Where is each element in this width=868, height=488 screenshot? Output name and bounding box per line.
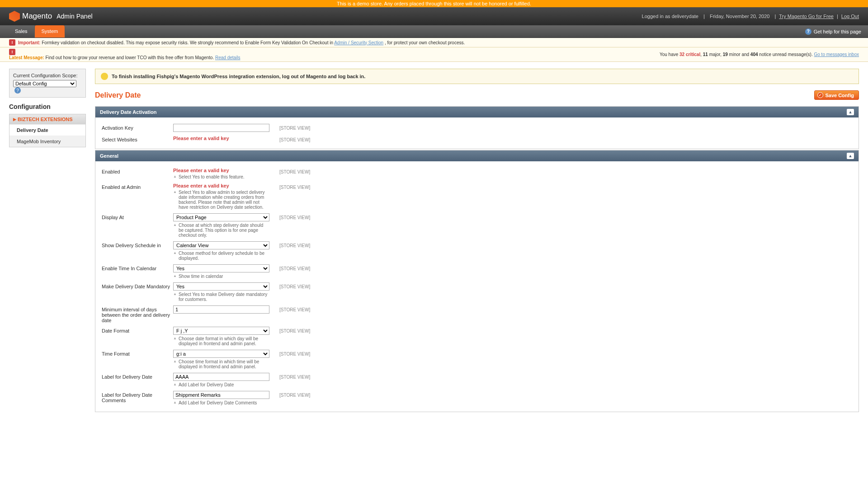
logo-brand: Magento bbox=[22, 12, 52, 21]
note-arrow-icon: ▲ bbox=[173, 400, 177, 404]
collapse-icon: ▲ bbox=[847, 109, 854, 115]
note-enabled: Select Yes to enable this feature. bbox=[179, 174, 245, 179]
note-time-format: Choose time format in which time will be… bbox=[179, 359, 269, 369]
note-arrow-icon: ▲ bbox=[173, 190, 177, 194]
scope-tag: [STORE VIEW] bbox=[279, 350, 310, 357]
panel-general-head[interactable]: General ▲ bbox=[95, 150, 859, 161]
note-enable-time: Show time in calendar bbox=[179, 274, 223, 279]
sidebar-section: ▶ BIZTECH EXTENSIONS Delivery Date MageM… bbox=[9, 114, 86, 147]
scope-tag: [STORE VIEW] bbox=[279, 264, 310, 271]
main: To finish installing Fishpig's Magento W… bbox=[95, 69, 859, 413]
important-label: Important: bbox=[18, 40, 40, 45]
label-activation-key: Activation Key bbox=[102, 124, 173, 131]
scope-tag: [STORE VIEW] bbox=[279, 136, 310, 142]
scope-tag: [STORE VIEW] bbox=[279, 168, 310, 174]
label-time-format: Time Format bbox=[102, 350, 173, 357]
label-enable-time: Enable Time In Calendar bbox=[102, 264, 173, 271]
save-config-button[interactable]: ✓ Save Config bbox=[814, 90, 859, 100]
separator: | bbox=[775, 14, 776, 19]
notice-count: 404 bbox=[750, 52, 758, 57]
major-count: 11 bbox=[703, 52, 708, 57]
note-display-at: Choose at which step delivery date shoul… bbox=[179, 223, 269, 238]
panel-activation-head[interactable]: Delivery Date Activation ▲ bbox=[95, 107, 859, 117]
magento-logo-icon bbox=[9, 11, 20, 22]
select-enable-time[interactable]: Yes bbox=[173, 264, 269, 272]
try-magento-link[interactable]: Try Magento Go for Free bbox=[779, 14, 834, 19]
logout-link[interactable]: Log Out bbox=[841, 14, 859, 19]
note-arrow-icon: ▲ bbox=[173, 336, 177, 340]
note-label-date: Add Label for Delivery Date bbox=[179, 382, 234, 387]
scope-tag: [STORE VIEW] bbox=[279, 213, 310, 220]
header: Magento Admin Panel Logged in as deliver… bbox=[0, 7, 868, 25]
input-comments-label[interactable] bbox=[173, 391, 269, 399]
input-activation-key[interactable] bbox=[173, 124, 269, 132]
select-display-at[interactable]: Product Page bbox=[173, 213, 269, 221]
header-right: Logged in as deliverydate | Friday, Nove… bbox=[640, 14, 859, 19]
scope-label: Current Configuration Scope: bbox=[13, 73, 82, 78]
chevron-right-icon: ▶ bbox=[13, 117, 16, 122]
note-arrow-icon: ▲ bbox=[173, 274, 177, 278]
scope-select[interactable]: Default Config bbox=[13, 80, 76, 87]
messages-inbox-link[interactable]: Go to messages inbox bbox=[814, 52, 859, 57]
input-min-interval[interactable] bbox=[173, 305, 269, 314]
select-schedule[interactable]: Calendar View bbox=[173, 241, 269, 249]
nav-tab-system[interactable]: System bbox=[35, 25, 66, 38]
critical-count: 32 bbox=[679, 52, 684, 57]
error-select-websites: Please enter a valid key bbox=[173, 136, 229, 141]
latest-label: Latest Message: bbox=[9, 55, 44, 60]
notice-text: To finish installing Fishpig's Magento W… bbox=[112, 74, 365, 79]
sidebar-item-delivery-date[interactable]: Delivery Date bbox=[9, 124, 85, 136]
scope-tag: [STORE VIEW] bbox=[279, 373, 310, 380]
scope-tag: [STORE VIEW] bbox=[279, 282, 310, 289]
note-arrow-icon: ▲ bbox=[173, 223, 177, 227]
scope-tag: [STORE VIEW] bbox=[279, 124, 310, 131]
note-enabled-admin: Select Yes to allow admin to select deli… bbox=[179, 190, 269, 210]
error-enabled: Please enter a valid key bbox=[173, 168, 229, 173]
label-enabled: Enabled bbox=[102, 168, 173, 174]
input-delivery-date-label[interactable] bbox=[173, 373, 269, 381]
scope-box: Current Configuration Scope: Default Con… bbox=[9, 69, 86, 98]
scope-tag: [STORE VIEW] bbox=[279, 241, 310, 248]
scope-help-icon[interactable]: ? bbox=[14, 87, 21, 94]
select-date-format[interactable]: F j ,Y bbox=[173, 327, 269, 335]
nav-bar: Sales System ? Get help for this page bbox=[0, 25, 868, 38]
important-text: Formkey validation on checkout disabled.… bbox=[42, 40, 334, 45]
important-bar: ! Important: Formkey validation on check… bbox=[0, 38, 868, 47]
note-arrow-icon: ▲ bbox=[173, 292, 177, 296]
content: Current Configuration Scope: Default Con… bbox=[0, 62, 868, 420]
select-time-format[interactable]: g:i a bbox=[173, 350, 269, 358]
note-label-comments: Add Label for Delivery Date Comments bbox=[179, 400, 257, 405]
scope-tag: [STORE VIEW] bbox=[279, 183, 310, 190]
label-display-at: Display At bbox=[102, 213, 173, 220]
date-text: Friday, November 20, 2020 bbox=[710, 14, 769, 19]
nav-tab-sales[interactable]: Sales bbox=[8, 25, 35, 38]
panel-general: General ▲ Enabled Please enter a valid k… bbox=[95, 150, 859, 412]
warning-icon: ! bbox=[9, 39, 15, 46]
scope-tag: [STORE VIEW] bbox=[279, 327, 310, 333]
read-details-link[interactable]: Read details bbox=[215, 55, 241, 60]
admin-security-link[interactable]: Admin / Security Section bbox=[334, 40, 383, 45]
page-title: Delivery Date bbox=[95, 91, 141, 99]
note-arrow-icon: ▲ bbox=[173, 382, 177, 386]
demo-notice: This is a demo store. Any orders placed … bbox=[0, 0, 868, 7]
section-header[interactable]: ▶ BIZTECH EXTENSIONS bbox=[9, 114, 85, 124]
note-arrow-icon: ▲ bbox=[173, 359, 177, 363]
latest-bar: ! Latest Message: Find out how to grow y… bbox=[0, 47, 868, 62]
label-min-interval: Minimum interval of days between the ord… bbox=[102, 305, 173, 323]
note-mandatory: Select Yes to make Delivery date mandato… bbox=[179, 292, 269, 302]
sidebar: Current Configuration Scope: Default Con… bbox=[9, 69, 86, 413]
sidebar-item-magemob[interactable]: MageMob Inventory bbox=[9, 136, 85, 147]
scope-tag: [STORE VIEW] bbox=[279, 305, 310, 312]
label-comments-label: Label for Delivery Date Comments bbox=[102, 391, 173, 403]
page-head: Delivery Date ✓ Save Config bbox=[95, 90, 859, 100]
nav-tabs: Sales System bbox=[0, 25, 65, 38]
help-link[interactable]: ? Get help for this page bbox=[798, 25, 868, 38]
scope-tag: [STORE VIEW] bbox=[279, 391, 310, 398]
select-mandatory[interactable]: Yes bbox=[173, 282, 269, 291]
inbox-summary: You have 32 critical, 11 major, 19 minor… bbox=[660, 52, 859, 57]
check-icon: ✓ bbox=[817, 92, 823, 98]
separator: | bbox=[837, 14, 838, 19]
bulb-icon bbox=[101, 73, 108, 80]
label-delivery-date-label: Label for Delivery Date bbox=[102, 373, 173, 380]
config-title: Configuration bbox=[9, 103, 86, 110]
